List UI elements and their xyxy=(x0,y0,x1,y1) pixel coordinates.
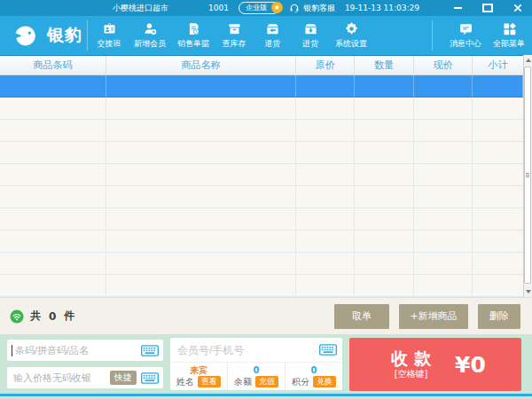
toolbar-item-all-menu[interactable]: 全部菜单 xyxy=(493,21,525,50)
table-cell xyxy=(414,208,473,231)
toolbar-item-label: 进货 xyxy=(302,38,318,50)
edition-badge-label: 企业版 xyxy=(246,3,267,13)
table-row[interactable] xyxy=(0,164,523,186)
keyboard-icon[interactable] xyxy=(319,344,337,356)
table-cell xyxy=(0,275,106,297)
scrollbar-thumb[interactable] xyxy=(524,66,531,284)
pay-hotkey-hint: [空格键] xyxy=(395,368,428,380)
table-cell xyxy=(473,275,523,297)
table-scrollbar[interactable] xyxy=(523,55,532,297)
return-goods-icon xyxy=(265,21,280,36)
table-row[interactable] xyxy=(0,253,523,275)
member-name-label: 姓名 xyxy=(176,376,194,388)
keyboard-icon[interactable] xyxy=(141,372,159,384)
table-row[interactable] xyxy=(0,186,523,208)
toolbar-item-add-member[interactable]: 新增会员 xyxy=(134,21,166,50)
table-row[interactable] xyxy=(0,231,523,253)
customer-support[interactable]: 银豹客服 xyxy=(289,3,335,14)
toolbar-items: 交接班 新增会员 xyxy=(96,21,367,50)
toolbar-item-sales-receipts[interactable]: 销售单据 xyxy=(177,21,209,50)
quick-button[interactable]: 快捷 xyxy=(110,371,137,385)
table-cell xyxy=(0,208,106,231)
member-name-value: 来宾 xyxy=(190,365,207,375)
table-cell xyxy=(106,164,296,186)
balance-label: 余额 xyxy=(234,376,252,388)
table-cell xyxy=(355,231,414,253)
maximize-button[interactable] xyxy=(482,3,493,13)
redeem-button[interactable]: 兑换 xyxy=(313,376,336,387)
online-status-icon xyxy=(10,309,24,324)
close-button[interactable] xyxy=(512,3,523,13)
keyboard-icon[interactable] xyxy=(141,345,159,356)
table-cell xyxy=(473,231,523,253)
scroll-down-button[interactable] xyxy=(524,286,532,297)
table-cell xyxy=(106,120,296,142)
table-cell xyxy=(0,75,106,98)
toolbar-item-label: 系统设置 xyxy=(335,38,367,50)
table-cell xyxy=(0,164,106,186)
column-header-current-price: 现价 xyxy=(414,56,473,74)
price-input-box[interactable]: 快捷 xyxy=(7,367,163,388)
message-center-icon xyxy=(458,21,473,36)
datetime: 19-11-13 11:03:29 xyxy=(345,4,419,12)
table-cell xyxy=(355,186,414,208)
column-header-name: 商品名称 xyxy=(106,56,296,74)
balance-value: 0 xyxy=(254,365,260,375)
table-cell xyxy=(296,164,355,186)
delete-button[interactable]: 删除 xyxy=(478,304,520,329)
toolbar-item-shift-handover[interactable]: 交接班 xyxy=(96,21,122,50)
toolbar-item-message-center[interactable]: 消息中心 xyxy=(450,21,481,50)
toolbar-item-check-stock[interactable]: 查库存 xyxy=(221,21,247,50)
toolbar-item-label: 退货 xyxy=(264,38,280,50)
member-panel: 来宾 姓名 查看 0 余额 充值 0 积分 xyxy=(170,338,342,390)
table-cell xyxy=(473,98,523,120)
member-input[interactable] xyxy=(176,343,319,357)
yinbao-leopard-icon xyxy=(9,25,43,47)
add-product-button[interactable]: +新增商品 xyxy=(399,304,468,329)
table-header: 商品条码 商品名称 原价 数量 现价 小计 xyxy=(0,55,523,75)
table-row[interactable] xyxy=(0,75,523,98)
count-value: 0 xyxy=(49,310,58,323)
pay-label: 收款 xyxy=(391,349,437,367)
table-cell xyxy=(296,98,355,120)
pay-button[interactable]: 收款 [空格键] ¥0 xyxy=(349,338,521,391)
pay-amount: ¥0 xyxy=(455,352,486,378)
retrieve-order-button[interactable]: 取单 xyxy=(334,304,389,329)
table-cell xyxy=(355,142,414,164)
member-info-row: 来宾 姓名 查看 0 余额 充值 0 积分 xyxy=(170,363,342,390)
minimize-button[interactable] xyxy=(452,3,463,13)
table-cell xyxy=(0,231,106,253)
scroll-up-button[interactable] xyxy=(524,55,532,66)
price-input[interactable] xyxy=(12,372,110,384)
table-row[interactable] xyxy=(0,208,523,231)
table-row[interactable] xyxy=(0,275,523,297)
view-member-button[interactable]: 查看 xyxy=(198,376,221,387)
grip-icon xyxy=(526,173,529,177)
table-row[interactable] xyxy=(0,120,523,142)
column-header-original-price: 原价 xyxy=(296,56,355,74)
toolbar-item-return-goods[interactable]: 退货 xyxy=(259,21,286,50)
points-value: 0 xyxy=(311,365,317,375)
table-cell xyxy=(473,253,523,275)
table-row[interactable] xyxy=(0,142,523,164)
table-row[interactable] xyxy=(0,98,523,120)
toolbar-item-system-settings[interactable]: 系统设置 xyxy=(335,21,367,50)
toolbar-item-purchase[interactable]: 进货 xyxy=(297,21,324,50)
table-cell xyxy=(355,164,414,186)
table-cell xyxy=(106,253,296,275)
table-cell xyxy=(296,142,355,164)
table-cell xyxy=(473,208,523,231)
item-count: 共 0 件 xyxy=(10,309,76,324)
store-id: 1001 xyxy=(208,4,229,12)
member-balance-col: 0 余额 充值 xyxy=(227,363,285,390)
barcode-input[interactable] xyxy=(13,344,141,356)
barcode-input-box[interactable] xyxy=(7,340,163,361)
shift-handover-icon xyxy=(102,21,117,36)
table-cell xyxy=(106,208,296,231)
star-icon: ★ xyxy=(271,2,283,13)
table-cell xyxy=(355,98,414,120)
toolbar-divider xyxy=(432,20,433,51)
arrow-down-icon xyxy=(526,290,531,293)
recharge-button[interactable]: 充值 xyxy=(255,376,278,387)
member-input-box[interactable] xyxy=(170,338,342,363)
